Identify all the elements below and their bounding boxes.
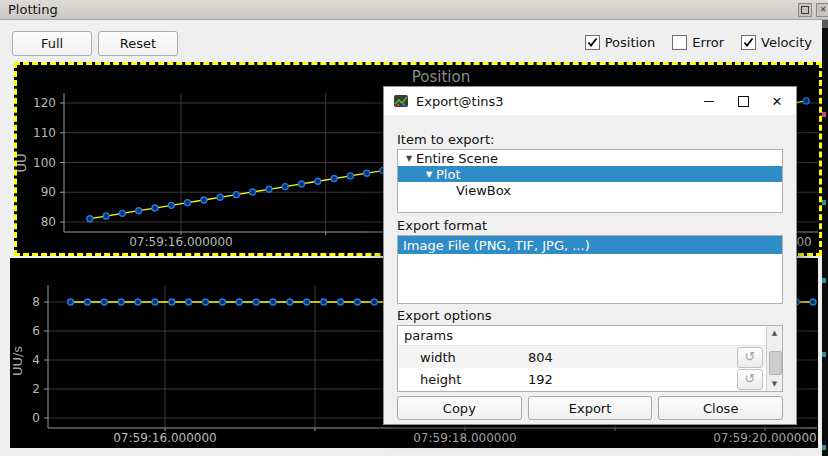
window-titlebar[interactable]: Plotting ✕ (0, 0, 828, 20)
dock-float-button[interactable] (798, 3, 812, 17)
plot-toggle-checkboxes: PositionErrorVelocity (585, 35, 812, 50)
params-group-label: params (404, 328, 453, 343)
full-button[interactable]: Full (12, 31, 92, 56)
plotting-window: Plotting ✕ Full Reset PositionErrorVeloc… (0, 0, 828, 456)
item-to-export-tree: ▼Entire Scene▼PlotViewBox (397, 149, 783, 213)
params-group-row[interactable]: params (398, 326, 767, 346)
param-name: width (398, 350, 528, 365)
undo-icon[interactable]: ↺ (737, 347, 763, 368)
checkbox-error[interactable]: Error (672, 35, 724, 50)
svg-text:2: 2 (32, 382, 40, 396)
minimize-icon (704, 100, 714, 102)
format-list-item[interactable]: Image File (PNG, TIF, JPG, ...) (398, 236, 782, 254)
svg-text:07:59:16.000000: 07:59:16.000000 (113, 431, 217, 445)
item-to-export-label: Item to export: (397, 132, 783, 148)
svg-text:6: 6 (32, 324, 40, 338)
checkbox-label: Position (605, 35, 656, 50)
close-button[interactable]: Close (658, 396, 783, 420)
export-dialog-title: Export@tins3 (416, 94, 504, 109)
background-scrollbar-marks (822, 20, 828, 456)
export-dialog-titlebar[interactable]: Export@tins3 ✕ (384, 87, 796, 115)
svg-text:8: 8 (32, 295, 40, 309)
param-value[interactable]: 192 (528, 372, 553, 387)
checked-checkbox-icon[interactable] (585, 35, 600, 50)
export-format-list: Image File (PNG, TIF, JPG, ...) (397, 235, 783, 304)
export-format-label: Export format (397, 218, 783, 234)
svg-text:80: 80 (41, 215, 56, 229)
export-options-label: Export options (397, 308, 783, 324)
dialog-minimize-button[interactable] (692, 87, 726, 115)
copy-button[interactable]: Copy (397, 396, 522, 420)
scroll-up-icon[interactable]: ▲ (767, 326, 782, 340)
svg-text:110: 110 (33, 126, 56, 140)
expanded-branch-icon[interactable]: ▼ (402, 154, 416, 163)
scrollbar-thumb[interactable] (769, 351, 782, 375)
scroll-down-icon[interactable]: ▼ (767, 377, 782, 391)
svg-text:UU: UU (17, 153, 29, 172)
checked-checkbox-icon[interactable] (741, 35, 756, 50)
svg-text:Position: Position (412, 68, 470, 86)
unchecked-checkbox-icon[interactable] (672, 35, 687, 50)
export-button[interactable]: Export (528, 396, 653, 420)
tree-item-label: ViewBox (456, 183, 511, 198)
reset-button[interactable]: Reset (98, 31, 178, 56)
tree-item-label: Entire Scene (416, 151, 498, 166)
checkbox-position[interactable]: Position (585, 35, 656, 50)
float-icon (801, 6, 809, 14)
svg-text:07:59:18.000000: 07:59:18.000000 (413, 431, 517, 445)
svg-text:07:59:16.000000: 07:59:16.000000 (129, 235, 233, 249)
params-scrollbar[interactable]: ▲ ▼ (766, 326, 782, 391)
tree-item-entire-scene[interactable]: ▼Entire Scene (398, 150, 782, 166)
param-row-height[interactable]: height192↺ (398, 368, 767, 390)
undo-icon[interactable]: ↺ (737, 369, 763, 390)
param-value[interactable]: 804 (528, 350, 553, 365)
dialog-button-row: CopyExportClose (397, 396, 783, 420)
svg-text:4: 4 (32, 353, 40, 367)
pyqtgraph-app-icon (393, 93, 409, 109)
maximize-icon (738, 96, 749, 107)
param-name: height (398, 372, 528, 387)
dialog-maximize-button[interactable] (726, 87, 760, 115)
dock-close-button[interactable]: ✕ (816, 3, 828, 17)
export-options-table: params width804↺height192↺ ▲ ▼ (397, 325, 783, 392)
param-row-width[interactable]: width804↺ (398, 346, 767, 368)
export-dialog: Export@tins3 ✕ Item to export: ▼Entire S… (383, 86, 797, 425)
dialog-close-button[interactable]: ✕ (760, 87, 794, 115)
close-icon: ✕ (772, 95, 783, 108)
svg-text:UU/s: UU/s (10, 346, 25, 376)
svg-text:100: 100 (33, 156, 56, 170)
expanded-branch-icon[interactable]: ▼ (422, 170, 436, 179)
tree-item-viewbox[interactable]: ViewBox (398, 182, 782, 198)
tree-item-plot[interactable]: ▼Plot (398, 166, 782, 182)
tree-item-label: Plot (436, 167, 461, 182)
svg-text:120: 120 (33, 96, 56, 110)
checkbox-velocity[interactable]: Velocity (741, 35, 812, 50)
checkbox-label: Error (692, 35, 724, 50)
checkbox-label: Velocity (761, 35, 812, 50)
svg-text:07:59:20.000000: 07:59:20.000000 (713, 431, 817, 445)
svg-text:90: 90 (41, 185, 56, 199)
param-row-clipped[interactable] (398, 390, 767, 392)
window-title: Plotting (8, 2, 58, 17)
svg-text:0: 0 (32, 411, 40, 425)
close-icon: ✕ (820, 6, 827, 14)
